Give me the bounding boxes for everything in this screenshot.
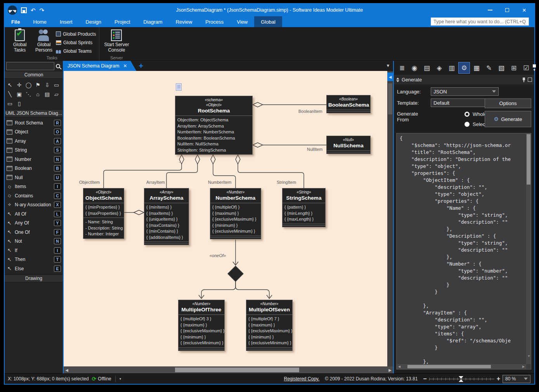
- zoom-icon[interactable]: ◯: [24, 80, 33, 89]
- palette-item-not[interactable]: Not N: [5, 237, 63, 246]
- collapse-panel-button[interactable]: ◀: [387, 73, 393, 81]
- insert-element-icon[interactable]: ⇩: [43, 80, 52, 89]
- palette-item-boolean[interactable]: Boolean B: [5, 164, 63, 173]
- folder-icon[interactable]: ▱: [52, 90, 61, 98]
- format-painter-icon[interactable]: ⚑: [33, 80, 42, 89]
- rename-icon[interactable]: ✎: [483, 62, 495, 74]
- stamp-icon[interactable]: ⌂: [33, 90, 42, 98]
- palette-item-items[interactable]: Items I: [5, 182, 63, 192]
- palette-item-number[interactable]: Number N: [5, 155, 63, 164]
- close-button[interactable]: ✕: [516, 5, 532, 15]
- expand-panel-icon[interactable]: [528, 78, 532, 82]
- palette-item-array[interactable]: Array A: [5, 136, 63, 146]
- tag-icon[interactable]: ◈: [433, 62, 445, 74]
- code-scroll-down-icon[interactable]: ▼: [527, 354, 530, 358]
- palette-item-root-schema[interactable]: Root Schema R: [5, 118, 63, 128]
- diagram-node-NumberSchema[interactable]: «Number»NumberSchema{ {multipleOf} }{ {m…: [210, 188, 261, 239]
- code-scroll-left-icon[interactable]: ◀: [397, 365, 402, 368]
- diagram-node-StringSchema[interactable]: «String»StringSchema{ {pattern} }{ {minL…: [282, 188, 326, 227]
- palette-item-string[interactable]: String S: [5, 146, 63, 155]
- line-icon[interactable]: ╲: [5, 90, 14, 98]
- global-teams-button[interactable]: Global Teams: [56, 47, 96, 55]
- maximize-button[interactable]: [499, 5, 515, 15]
- language-select[interactable]: JSON: [431, 87, 499, 96]
- text-block-icon[interactable]: ▤: [43, 90, 52, 98]
- container-icon[interactable]: ▭: [52, 80, 61, 89]
- scroll-right-icon[interactable]: ▶: [387, 366, 393, 373]
- minimize-button[interactable]: [482, 5, 498, 15]
- diagram-canvas[interactable]: «schema»«Object»RootSchemaObjectItem: Ob…: [64, 71, 393, 366]
- zoom-out-icon[interactable]: −: [423, 376, 426, 382]
- palette-item-nary-association[interactable]: N-ary Association X: [5, 200, 63, 210]
- palette-item-any-of[interactable]: Any Of Y: [5, 219, 63, 228]
- diagram-node-BooleanSchema[interactable]: «Boolean»BooleanSchema: [326, 95, 371, 113]
- global-products-button[interactable]: Global Products: [56, 30, 96, 38]
- zoom-slider[interactable]: [429, 376, 494, 382]
- code-vertical-thumb[interactable]: [527, 134, 530, 185]
- palette-item-contains[interactable]: Contains C: [5, 191, 63, 200]
- horizontal-scroll-thumb[interactable]: [175, 368, 299, 372]
- palette-item-all-of[interactable]: All Of L: [5, 209, 63, 219]
- palette-item-then[interactable]: Then T: [5, 255, 63, 264]
- zoom-level-select[interactable]: 80 %: [503, 375, 530, 383]
- scroll-left-icon[interactable]: ◀: [64, 366, 70, 373]
- diagram-tab[interactable]: JSON Schema Diagram ✕: [64, 61, 136, 71]
- start-server-console-button[interactable]: Start Server Console: [102, 29, 130, 53]
- note-icon[interactable]: [176, 83, 182, 91]
- pin-icon[interactable]: [522, 78, 525, 82]
- move-icon[interactable]: ✛: [15, 80, 24, 89]
- generated-code-area[interactable]: { "$schema": "https://json-schema.or "ti…: [396, 133, 531, 370]
- search-icon[interactable]: [56, 64, 60, 68]
- generated-code[interactable]: { "$schema": "https://json-schema.or "ti…: [397, 133, 531, 369]
- global-tasks-button[interactable]: Global Tasks: [8, 29, 32, 53]
- toolbox-section-palette[interactable]: UML JSON Schema Diag...: [5, 109, 63, 117]
- canvas-horizontal-scrollbar[interactable]: ◀ ▶: [64, 366, 393, 373]
- code-horizontal-thumb[interactable]: [407, 365, 491, 368]
- save-icon[interactable]: [21, 7, 27, 13]
- menu-diagram[interactable]: Diagram: [137, 16, 169, 27]
- code-vertical-scrollbar[interactable]: ▼: [526, 133, 531, 364]
- palette-item-object[interactable]: Object O: [5, 128, 63, 137]
- menu-project[interactable]: Project: [108, 16, 137, 27]
- diagram-node-MultipleOfThree[interactable]: «Number»MultipleOfThree{ {multipleOf} 3 …: [178, 300, 225, 351]
- new-tab-button[interactable]: +: [136, 61, 146, 71]
- zoom-in-icon[interactable]: +: [497, 376, 500, 382]
- vertical-scroll-thumb[interactable]: [388, 83, 392, 114]
- diagram-node-ObjectSchema[interactable]: «Object»ObjectSchema{ {minProperties} }{…: [83, 188, 124, 239]
- documentation-icon[interactable]: ▤: [421, 62, 433, 74]
- toolbox-search-input[interactable]: [6, 62, 54, 70]
- rounded-frame-icon[interactable]: ▯: [15, 99, 24, 108]
- toolbox-section-drawing[interactable]: Drawing: [5, 275, 63, 282]
- code-horizontal-scrollbar[interactable]: ◀ ▶: [397, 364, 526, 369]
- status-dropdown-icon[interactable]: ▾: [120, 377, 121, 381]
- menu-global[interactable]: Global: [254, 16, 282, 27]
- model-outline-icon[interactable]: ≣: [396, 62, 408, 74]
- options-button[interactable]: Options: [485, 98, 531, 108]
- palette-item-null[interactable]: Null U: [5, 173, 63, 182]
- command-search-input[interactable]: [431, 17, 529, 26]
- close-tab-icon[interactable]: ✕: [123, 63, 127, 69]
- tasks-list-icon[interactable]: ☑: [520, 62, 532, 74]
- image-icon[interactable]: ▣: [15, 90, 24, 98]
- menu-view[interactable]: View: [230, 16, 254, 27]
- diagram-node-RootSchema[interactable]: «schema»«Object»RootSchemaObjectItem: Ob…: [175, 96, 253, 155]
- fields-icon[interactable]: ⊞: [508, 62, 520, 74]
- palette-item-else[interactable]: Else E: [5, 264, 63, 273]
- global-persons-button[interactable]: Global Persons: [32, 29, 56, 53]
- frame-icon[interactable]: ▭: [5, 99, 14, 108]
- code-scroll-right-icon[interactable]: ▶: [521, 365, 526, 368]
- global-sprints-button[interactable]: Global Sprints: [56, 39, 96, 46]
- diagram-node-ArraySchema[interactable]: «Array»ArraySchema{ {minItems} }{ {maxIt…: [144, 188, 189, 245]
- menu-review[interactable]: Review: [169, 16, 199, 27]
- zoom-slider-thumb[interactable]: [459, 376, 463, 382]
- select-icon[interactable]: ↖: [5, 80, 14, 89]
- model-search-icon[interactable]: ◉: [409, 62, 420, 74]
- diagram-node-MultipleOfSeven[interactable]: «Number»MultipleOfSeven{ {multipleOf} 7 …: [246, 300, 293, 351]
- registered-copy-link[interactable]: Registered Copy.: [284, 376, 319, 382]
- menu-process[interactable]: Process: [199, 16, 230, 27]
- redo-icon[interactable]: ↷: [40, 7, 45, 13]
- generate-panel-header[interactable]: Generate: [394, 75, 534, 85]
- styles-icon[interactable]: ▥: [446, 62, 458, 74]
- source-code-generate-icon[interactable]: ⚙: [458, 62, 470, 74]
- canvas-vertical-scrollbar[interactable]: [387, 71, 393, 366]
